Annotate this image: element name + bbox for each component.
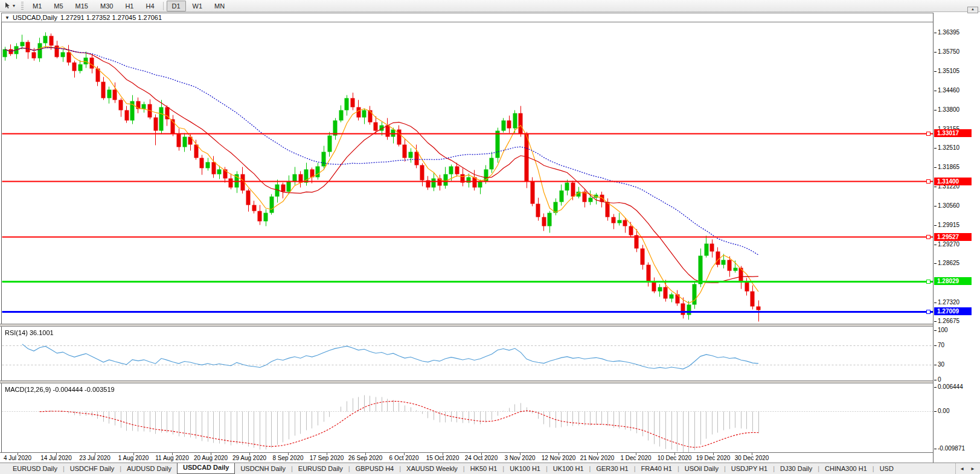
chart-tab-bar: EURUSD Daily|USDCHF Daily|AUDUSD DailyUS… [0,463,980,474]
chart-tab-usdcnh-daily[interactable]: USDCNH Daily [235,464,291,474]
timeframe-button-h1[interactable]: H1 [120,1,139,11]
collapse-chart-icon[interactable]: ▼ [5,15,10,21]
date-tick-label: 3 Nov 2020 [504,455,535,461]
cursor-tool-button[interactable]: ▾ [2,2,18,10]
time-axis[interactable]: 4 Jul 202014 Jul 202023 Jul 20201 Aug 20… [0,453,980,463]
chart-tab-usoil-daily[interactable]: USOil Daily [679,464,724,474]
price-tick-label: 1.28625 [938,260,959,267]
line-endpoint-marker[interactable] [926,310,930,314]
price-line-badge: 1.33017 [934,129,972,137]
toolbar-grip[interactable] [21,2,24,10]
price-line-badge: 1.29527 [934,233,972,241]
price-tick-label: 1.33800 [938,106,959,114]
date-tick-label: 8 Sep 2020 [272,455,303,461]
timeframe-buttons: M1M5M15M30H1H4D1W1MN [27,1,231,11]
date-tick-label: 10 Dec 2020 [658,455,692,461]
date-tick-label: 24 Oct 2020 [465,455,498,461]
price-tick-label: 1.36395 [938,29,959,36]
price-tick-label: 1.27320 [938,299,959,306]
chart-tab-china300-h1[interactable]: CHINA300 H1 [819,464,873,474]
price-tick-label: 1.31865 [938,164,959,171]
chart-tab-usdcad-daily[interactable]: USDCAD Daily [177,463,235,474]
tab-scroll-arrows: ◄ ► [955,463,979,474]
tab-scroll-right-icon[interactable]: ► [968,466,978,472]
timeframe-button-mn[interactable]: MN [209,1,230,11]
date-tick-label: 20 Aug 2020 [194,455,228,461]
timeframe-button-d1[interactable]: D1 [167,1,186,11]
chart-tab-usdchf-daily[interactable]: USDCHF Daily [65,464,120,474]
date-tick-label: 1 Dec 2020 [620,455,651,461]
macd-indicator-label: MACD(12,26,9) -0.004444 -0.003519 [5,386,115,393]
price-tick-label: 1.35750 [938,48,959,56]
line-endpoint-marker[interactable] [926,280,930,284]
macd-tick-label: 0.006444 [938,383,963,391]
rsi-indicator-label: RSI(14) 36.1001 [5,329,54,336]
date-tick-label: 19 Dec 2020 [696,455,731,461]
toolbar-separator [163,2,164,10]
chevron-down-icon[interactable]: ▾ [13,3,15,8]
main-chart-canvas[interactable] [2,22,933,324]
price-tick-label: 1.29915 [938,222,959,229]
date-tick-label: 14 Jul 2020 [40,455,72,461]
date-tick-label: 26 Sep 2020 [348,455,383,461]
price-tick-label: 1.30560 [938,202,959,210]
mt4-terminal: ▾ M1M5M15M30H1H4D1W1MN ▲ ▼ USDCAD,Daily … [0,0,980,474]
timeframe-button-m30[interactable]: M30 [95,1,118,11]
chart-tab-eurusd-daily[interactable]: EURUSD Daily [7,464,63,474]
chart-tab-audusd-daily[interactable]: AUDUSD Daily [121,464,177,474]
date-tick-label: 4 Jul 2020 [4,455,31,461]
date-tick-label: 23 Jul 2020 [79,455,110,461]
date-tick-label: 17 Sep 2020 [310,455,344,461]
date-tick-label: 12 Nov 2020 [542,455,576,461]
price-tick-label: 1.26675 [938,318,959,325]
rsi-chart-canvas[interactable] [2,327,933,381]
chart-tab-usdjpy-h1[interactable]: USDJPY H1 [726,464,773,474]
price-tick-label: 1.29270 [938,241,959,248]
line-endpoint-marker[interactable] [926,179,930,184]
macd-chart-canvas[interactable] [2,383,933,452]
chart-tab-uk100-h1[interactable]: UK100 H1 [504,464,546,474]
price-tick-label: 1.35105 [938,68,959,75]
timeframe-button-w1[interactable]: W1 [187,1,208,11]
chart-tab-gbpusd-h4[interactable]: GBPUSD H4 [350,464,400,474]
rsi-tick-label: 70 [938,342,944,349]
rsi-tick-label: 30 [938,361,944,368]
macd-tick-label: 0.00 [938,408,949,415]
rsi-tick-label: 0 [938,376,941,383]
chart-tab-usd[interactable]: USD [874,464,899,474]
price-line-badge: 1.31400 [934,178,972,185]
timeframe-button-h4[interactable]: H4 [140,1,159,11]
chart-tab-hk50-h1[interactable]: HK50 H1 [465,464,503,474]
line-endpoint-marker[interactable] [926,132,930,136]
chart-tab-fra40-h1[interactable]: FRA40 H1 [636,464,677,474]
price-line-badge: 1.28029 [934,277,972,285]
price-tick-label: 1.32510 [938,144,959,152]
timeframe-button-m1[interactable]: M1 [27,1,47,11]
timeframe-button-m5[interactable]: M5 [48,1,68,11]
line-endpoint-marker[interactable] [926,235,930,239]
date-tick-label: 21 Nov 2020 [580,455,615,461]
date-tick-label: 29 Aug 2020 [232,455,266,461]
chart-tab-xauusd-weekly[interactable]: XAUUSD Weekly [401,464,463,474]
timeframe-button-m15[interactable]: M15 [70,1,94,11]
chart-tabs: EURUSD Daily|USDCHF Daily|AUDUSD DailyUS… [7,463,899,474]
timeframe-toolbar: ▾ M1M5M15M30H1H4D1W1MN [0,0,980,12]
chart-tab-uk100-h1[interactable]: UK100 H1 [548,464,589,474]
macd-tick-label: -0.009871 [938,445,965,452]
price-tick-label: 1.34460 [938,87,959,94]
cursor-icon [5,2,11,9]
scroll-up-button[interactable]: ▲ [967,7,978,13]
date-tick-label: 15 Oct 2020 [426,455,459,461]
chart-tab-dj30-daily[interactable]: DJ30 Daily [775,464,818,474]
chart-tab-eurusd-daily[interactable]: EURUSD Daily [293,464,348,474]
pane-divider[interactable] [0,324,980,327]
chart-symbol-title: USDCAD,Daily [13,14,57,21]
chart-title-bar: ▼ USDCAD,Daily 1.27291 1.27352 1.27045 1… [1,13,980,22]
pane-divider[interactable] [0,380,980,383]
chart-tab-ger30-h1[interactable]: GER30 H1 [591,464,633,474]
date-tick-label: 30 Dec 2020 [735,455,769,461]
tab-scroll-left-icon[interactable]: ◄ [957,466,967,472]
date-tick-label: 6 Oct 2020 [389,455,419,461]
price-axis[interactable]: 1.363951.357501.351051.344601.338001.331… [933,13,980,463]
price-line-badge: 1.27009 [934,307,972,315]
